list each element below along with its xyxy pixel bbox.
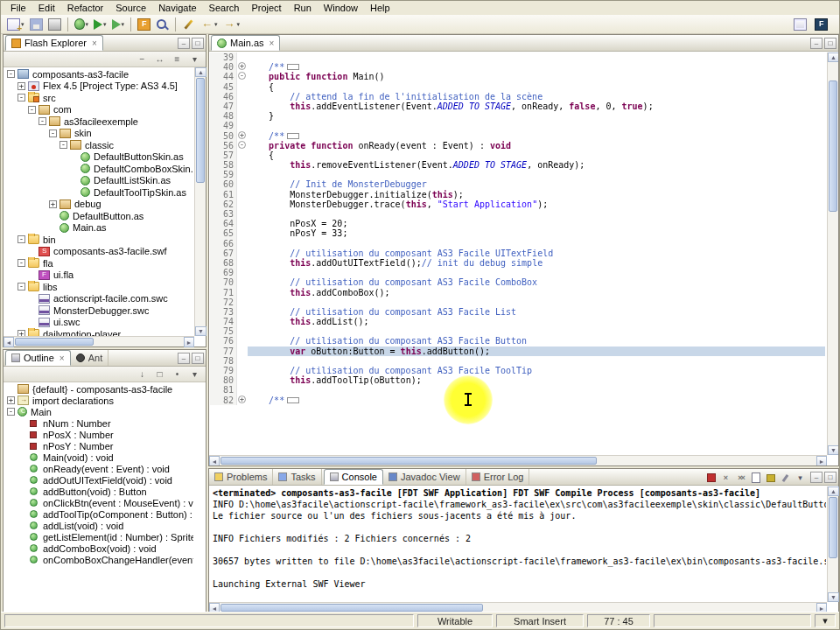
new-flash-project-button[interactable]: [135, 16, 153, 33]
tab-problems[interactable]: Problems: [209, 469, 273, 485]
code-line[interactable]: 82+ /**: [210, 396, 825, 405]
menu-navigate[interactable]: Navigate: [152, 2, 202, 14]
clear-console-icon[interactable]: [749, 472, 762, 484]
tree-item[interactable]: onClickBtn(event : MouseEvent) : void: [4, 497, 193, 508]
tree-item[interactable]: -fla: [4, 257, 193, 270]
code-line[interactable]: 46 // attend la fin de l'initialisation …: [210, 92, 825, 102]
tree-item[interactable]: addOutUITextField(void) : void: [4, 474, 193, 486]
console-vertical-scrollbar[interactable]: ▲▼: [827, 486, 838, 602]
collapse-icon[interactable]: -: [18, 283, 25, 290]
tree-item[interactable]: MonsterDebugger.swc: [4, 304, 193, 317]
tab-ant[interactable]: Ant: [71, 350, 109, 366]
tree-item[interactable]: -classic: [4, 139, 193, 151]
debug-button[interactable]: ▾: [72, 16, 92, 33]
dropdown-arrow-icon[interactable]: ▾: [237, 21, 241, 28]
menu-help[interactable]: Help: [364, 2, 396, 14]
code-line[interactable]: 44- public function Main(): [210, 72, 825, 81]
tree-item[interactable]: getListElement(id : Number) : Sprite: [4, 531, 193, 542]
tree-item[interactable]: -com: [4, 104, 193, 116]
code-line[interactable]: 59: [210, 170, 825, 179]
close-icon[interactable]: ×: [92, 38, 97, 48]
editor-vertical-scrollbar[interactable]: ▲▼: [827, 52, 838, 455]
code-line[interactable]: 81: [210, 385, 825, 395]
tree-item[interactable]: actionscript-facile.com.swc: [4, 293, 193, 305]
collapse-icon[interactable]: -: [60, 141, 67, 149]
tab-console[interactable]: Console: [324, 469, 383, 485]
menu-search[interactable]: Search: [203, 2, 246, 14]
remove-all-launches-icon[interactable]: [734, 472, 747, 484]
tree-item[interactable]: DefaultComboBoxSkin.as: [4, 163, 193, 175]
tab-outline[interactable]: Outline×: [5, 350, 71, 366]
code-line[interactable]: 58 this.removeEventListener(Event.ADDED_…: [210, 160, 825, 170]
tree-item[interactable]: +Flex 4.5 [Project Type: AS3 4.5]: [4, 80, 193, 93]
expand-icon[interactable]: +: [18, 82, 25, 90]
dropdown-arrow-icon[interactable]: ▾: [122, 21, 125, 28]
tree-item[interactable]: -libs: [4, 281, 193, 293]
view-menu-icon[interactable]: ▾: [187, 52, 202, 66]
menu-window[interactable]: Window: [318, 2, 364, 14]
code-line[interactable]: 77 var oButton:Button = this.addButton()…: [210, 346, 825, 356]
tree-item[interactable]: Main(void) : void: [4, 452, 193, 463]
code-line[interactable]: 69: [210, 268, 825, 277]
code-line[interactable]: 61 MonsterDebugger.initialize(this);: [210, 190, 825, 200]
maximize-icon[interactable]: □: [192, 353, 204, 364]
tree-item[interactable]: -as3facileexemple: [4, 116, 193, 128]
tree-item[interactable]: -composants-as3-facile: [4, 68, 193, 80]
editor-horizontal-scrollbar[interactable]: ◄►: [209, 455, 827, 466]
maximize-icon[interactable]: □: [824, 38, 836, 49]
forward-button[interactable]: ▾: [220, 16, 243, 33]
code-line[interactable]: 62 MonsterDebugger.trace(this, "Start Ap…: [210, 200, 825, 209]
collapse-icon[interactable]: -: [7, 70, 15, 78]
scrollbar-thumb[interactable]: [196, 78, 205, 183]
tab-javadoc-view[interactable]: Javadoc View: [383, 469, 466, 485]
pin-console-icon[interactable]: [779, 472, 792, 484]
collapse-icon[interactable]: -: [28, 106, 36, 114]
tree-item[interactable]: addButton(void) : Button: [4, 486, 193, 497]
tab-main-as[interactable]: Main.as ×: [211, 35, 280, 51]
tree-item[interactable]: +debug: [4, 199, 193, 211]
code-line[interactable]: 78: [210, 356, 825, 366]
tree-item[interactable]: DefaultToolTipSkin.as: [4, 186, 193, 199]
tree-item[interactable]: Main.as: [4, 222, 193, 234]
search-button[interactable]: [153, 16, 172, 33]
code-line[interactable]: 76 // utilisation du composant AS3 Facil…: [210, 336, 825, 346]
collapse-all-icon[interactable]: −: [135, 52, 150, 66]
sort-icon[interactable]: ↓: [135, 368, 150, 381]
menu-edit[interactable]: Edit: [32, 2, 61, 14]
external-tools-button[interactable]: ▾: [109, 16, 128, 33]
menu-source[interactable]: Source: [109, 2, 152, 14]
terminate-icon[interactable]: [704, 472, 718, 484]
tab-tasks[interactable]: Tasks: [273, 469, 321, 485]
tree-item[interactable]: ui.swc: [4, 317, 193, 329]
tree-item[interactable]: onComboBoxChangeHandler(event : Event) :: [4, 554, 193, 565]
tree-item[interactable]: DefaultButton.as: [4, 210, 193, 222]
collapse-icon[interactable]: -: [38, 117, 46, 125]
last-edit-location-button[interactable]: [179, 16, 198, 33]
explorer-horizontal-scrollbar[interactable]: ◄►: [4, 336, 194, 346]
dropdown-arrow-icon[interactable]: ▾: [86, 21, 89, 28]
expand-icon[interactable]: +: [18, 330, 25, 336]
fold-marker-icon[interactable]: -: [236, 72, 248, 81]
minimize-icon[interactable]: –: [178, 353, 190, 364]
code-line[interactable]: 49: [210, 121, 825, 130]
tree-item[interactable]: -skin: [4, 128, 193, 140]
status-icon-cell[interactable]: ▾: [815, 614, 836, 627]
link-with-editor-icon[interactable]: ↔: [152, 52, 167, 66]
code-line[interactable]: 40+ /**: [210, 62, 825, 72]
code-line[interactable]: 63: [210, 209, 825, 219]
code-line[interactable]: 39: [210, 52, 825, 62]
tree-item[interactable]: -src: [4, 92, 193, 104]
hide-static-members-icon[interactable]: •: [170, 368, 185, 381]
new-wizard-button[interactable]: ▾: [4, 16, 27, 33]
collapse-icon[interactable]: -: [49, 130, 57, 137]
maximize-icon[interactable]: □: [192, 38, 204, 49]
view-menu-icon[interactable]: ▾: [187, 368, 202, 381]
tree-item[interactable]: DefaultButtonSkin.as: [4, 151, 193, 164]
code-line[interactable]: 71 this.addComboBox();: [210, 288, 825, 298]
back-button[interactable]: ▾: [198, 16, 220, 33]
code-line[interactable]: 79 // utilisation du composant AS3 Facil…: [210, 366, 825, 375]
fdt-perspective-button[interactable]: [812, 16, 830, 33]
fold-marker-icon[interactable]: +: [236, 131, 248, 141]
tree-item[interactable]: addList(void) : void: [4, 520, 193, 531]
hide-fields-icon[interactable]: □: [152, 368, 167, 381]
